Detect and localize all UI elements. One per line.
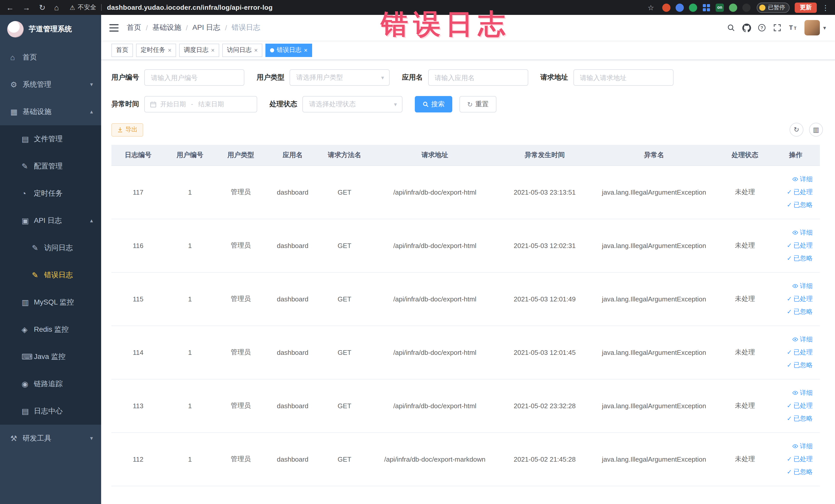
close-icon[interactable]: ×: [254, 46, 258, 54]
sidebar-item-java-monitor[interactable]: ⌨ Java 监控: [0, 343, 101, 370]
font-size-icon[interactable]: TT: [785, 20, 801, 36]
keyboard-icon: ⌨: [22, 352, 34, 361]
search-icon[interactable]: [724, 20, 739, 36]
breadcrumb-item[interactable]: 首页: [127, 23, 141, 32]
export-button[interactable]: 导出: [111, 123, 143, 136]
mark-processed-link[interactable]: ✓ 已处理: [775, 186, 813, 199]
tab-access-log[interactable]: 访问日志 ×: [222, 43, 262, 57]
mark-processed-link[interactable]: ✓ 已处理: [775, 239, 813, 252]
tab-schedule-log[interactable]: 调度日志 ×: [179, 43, 219, 57]
view-icon: [792, 283, 798, 289]
extension-grid-icon[interactable]: [702, 3, 711, 12]
chevron-down-icon: ▾: [90, 435, 93, 442]
extension-red-icon[interactable]: [662, 3, 670, 12]
update-button[interactable]: 更新: [795, 2, 817, 13]
mark-ignored-link[interactable]: ✓ 已忽略: [775, 359, 813, 371]
detail-link[interactable]: 详细: [775, 386, 813, 399]
extension-sprout-icon[interactable]: [729, 3, 737, 12]
sidebar-item-label: 定时任务: [34, 189, 63, 198]
cell-user-type: 管理员: [215, 272, 266, 326]
check-icon: ✓: [787, 465, 792, 478]
sidebar-item-log-center[interactable]: ▤ 日志中心: [0, 398, 101, 425]
tab-home[interactable]: 首页: [111, 43, 133, 57]
sidebar-item-redis-monitor[interactable]: ◈ Redis 监控: [0, 316, 101, 343]
logo[interactable]: 芋道管理系统: [0, 15, 101, 44]
address-bar[interactable]: ⚠ 不安全 dashboard.yudao.iocoder.cn/infra/l…: [69, 3, 643, 12]
sidebar-item-system-mgmt[interactable]: ⚙ 系统管理 ▾: [0, 71, 101, 98]
home-icon[interactable]: ⌂: [54, 0, 59, 15]
mark-ignored-link[interactable]: ✓ 已忽略: [775, 252, 813, 265]
sidebar-item-infrastructure[interactable]: ▦ 基础设施 ▴: [0, 98, 101, 125]
mark-ignored-link[interactable]: ✓ 已忽略: [775, 465, 813, 478]
sidebar-item-trace[interactable]: ◉ 链路追踪: [0, 370, 101, 398]
sidebar-item-error-log[interactable]: ✎ 错误日志: [0, 261, 101, 288]
mark-ignored-link[interactable]: ✓ 已忽略: [775, 199, 813, 211]
paused-badge[interactable]: 已暂停: [757, 2, 790, 13]
breadcrumb-item[interactable]: 基础设施: [152, 23, 181, 32]
app-name-input[interactable]: [428, 69, 528, 86]
cell-actions: 详细 ✓ 已处理 ✓ 已忽略: [772, 379, 820, 432]
exception-time-label: 异常时间: [111, 100, 139, 109]
sidebar-item-mysql-monitor[interactable]: ▥ MySQL 监控: [0, 288, 101, 316]
cell-method: GET: [319, 432, 370, 486]
mark-processed-link[interactable]: ✓ 已处理: [775, 399, 813, 412]
detail-link[interactable]: 详细: [775, 440, 813, 452]
mark-processed-link[interactable]: ✓ 已处理: [775, 452, 813, 465]
sidebar-item-access-log[interactable]: ✎ 访问日志: [0, 234, 101, 261]
refresh-table-button[interactable]: ↻: [790, 123, 803, 137]
extension-paw-icon[interactable]: [742, 3, 751, 12]
reload-icon[interactable]: ↻: [39, 0, 45, 15]
extension-green-icon[interactable]: [689, 3, 697, 12]
fullscreen-icon[interactable]: [770, 20, 785, 36]
cell-user-id: 1: [165, 326, 215, 379]
sidebar-item-file-mgmt[interactable]: ▤ 文件管理: [0, 125, 101, 153]
request-url-input[interactable]: [573, 69, 673, 86]
breadcrumb-item[interactable]: API 日志: [192, 23, 221, 32]
detail-link[interactable]: 详细: [775, 173, 813, 186]
sidebar-item-label: 配置管理: [34, 161, 63, 171]
column-settings-button[interactable]: ▥: [809, 123, 823, 137]
search-button[interactable]: 搜索: [415, 96, 452, 113]
help-icon[interactable]: ?: [754, 20, 770, 36]
sidebar-item-label: 系统管理: [23, 80, 51, 89]
sidebar-item-scheduled-jobs[interactable]: ◔ 定时任务: [0, 180, 101, 207]
detail-link[interactable]: 详细: [775, 333, 813, 346]
col-app-name: 应用名: [266, 145, 319, 165]
sidebar-toggle-icon[interactable]: [109, 24, 119, 32]
user-avatar[interactable]: [805, 20, 820, 36]
extension-blue-icon[interactable]: [676, 3, 684, 12]
detail-link[interactable]: 详细: [775, 280, 813, 293]
mark-ignored-link[interactable]: ✓ 已忽略: [775, 305, 813, 318]
detail-link[interactable]: 详细: [775, 226, 813, 239]
forward-icon[interactable]: →: [23, 0, 30, 15]
reset-button[interactable]: ↻ 重置: [460, 96, 496, 113]
col-exception-name: 异常名: [590, 145, 718, 165]
bookmark-star-icon[interactable]: ☆: [648, 3, 654, 12]
sidebar-item-api-log[interactable]: ▣ API 日志 ▴: [0, 207, 101, 234]
cell-user-type: 管理员: [215, 432, 266, 486]
tab-error-log[interactable]: 错误日志 ×: [265, 43, 312, 57]
extension-on-icon[interactable]: on: [716, 3, 724, 12]
mark-ignored-link[interactable]: ✓ 已忽略: [775, 412, 813, 425]
close-icon[interactable]: ×: [168, 46, 171, 54]
breadcrumb-separator: /: [146, 24, 148, 32]
sidebar-item-dev-tools[interactable]: ⚒ 研发工具 ▾: [0, 425, 101, 452]
cell-user-type: 管理员: [215, 165, 266, 219]
check-icon: ✓: [787, 199, 792, 211]
close-icon[interactable]: ×: [211, 46, 215, 54]
cell-process-status: 未处理: [718, 326, 772, 379]
user-type-select[interactable]: 请选择用户类型 ▾: [289, 69, 390, 86]
mark-processed-link[interactable]: ✓ 已处理: [775, 293, 813, 305]
mark-processed-link[interactable]: ✓ 已处理: [775, 346, 813, 359]
process-status-select[interactable]: 请选择处理状态 ▾: [302, 96, 403, 113]
close-icon[interactable]: ×: [304, 46, 307, 54]
chevron-down-icon[interactable]: ▾: [823, 24, 826, 31]
sidebar-item-config-mgmt[interactable]: ✎ 配置管理: [0, 153, 101, 180]
sidebar-item-home[interactable]: ⌂ 首页: [0, 44, 101, 71]
back-icon[interactable]: ←: [6, 0, 14, 15]
browser-menu-icon[interactable]: ⋮: [822, 3, 829, 12]
user-id-input[interactable]: [144, 69, 244, 86]
exception-time-range-picker[interactable]: 开始日期 - 结束日期: [144, 96, 257, 113]
tab-scheduled-jobs[interactable]: 定时任务 ×: [136, 43, 176, 57]
github-icon[interactable]: [739, 20, 754, 36]
